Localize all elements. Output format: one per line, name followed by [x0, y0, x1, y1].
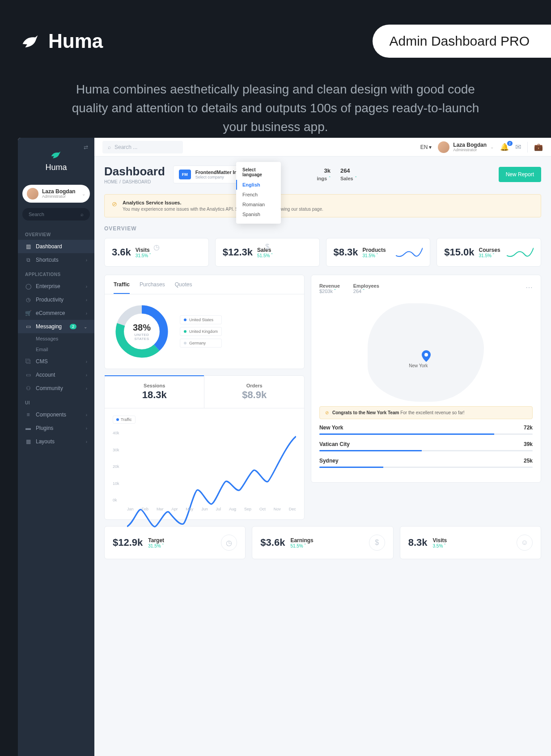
tab-quotes[interactable]: Quotes [175, 281, 192, 294]
language-dropdown: Select language English French Romanian … [236, 162, 281, 224]
sidebar-item-cms[interactable]: ⿻CMS› [18, 355, 94, 368]
sidebar-item-ecommerce[interactable]: 🛒eCommerce› [18, 306, 94, 320]
lang-opt-spanish[interactable]: Spanish [236, 209, 281, 219]
caret-down-icon: ▾ [429, 144, 432, 150]
sidebar-item-plugins[interactable]: ▬Plugins› [18, 421, 94, 435]
sidebar-item-components[interactable]: ≡Components› [18, 408, 94, 421]
link-icon: ⧉ [25, 257, 31, 263]
sidebar-item-account[interactable]: ▭Account› [18, 368, 94, 382]
tab-traffic[interactable]: Traffic [114, 281, 130, 294]
sidebar-logo[interactable]: Huma [18, 138, 94, 180]
tab-purchases[interactable]: Purchases [140, 281, 165, 294]
header-stat-2: 264Sales ˆ [340, 167, 357, 182]
caret-up-icon: ˆ [329, 176, 331, 181]
sessions-tab[interactable]: Sessions18.3k [105, 376, 204, 408]
copy-icon: ⿻ [25, 358, 31, 365]
overview-label: OVERVIEW [104, 225, 541, 232]
warning-icon: ⊘ [325, 410, 329, 415]
sidebar-brand: Huma [45, 163, 67, 172]
chart-icon: ▥ [25, 243, 31, 250]
huma-bird-icon [20, 31, 40, 51]
sidebar-search[interactable]: Search ⌕ [22, 208, 90, 221]
user-name: Laza Bogdan [42, 189, 76, 194]
kpi-visits: ◷3.6kVisits31.5% ˆ [104, 238, 209, 267]
sparkline [507, 246, 534, 259]
dollar-icon: $ [265, 243, 269, 251]
sidebar-sub-messages[interactable]: Messages [18, 333, 94, 344]
section-overview: OVERVIEW [18, 227, 94, 240]
briefcase-icon[interactable]: 💼 [534, 143, 543, 151]
chevron-right-icon: › [86, 258, 87, 263]
congrats-banner: ⊘Congrats to the New York Team For the e… [319, 406, 533, 419]
kpi-products: $8.3kProducts31.5% ˆ [326, 238, 431, 267]
topbar-user[interactable]: Laza BogdanAdministrator ⌄ [438, 141, 494, 153]
sidebar-item-dashboard[interactable]: ▥Dashboard [18, 240, 94, 253]
lang-opt-romanian[interactable]: Romanian [236, 200, 281, 209]
layout-icon: ▦ [25, 438, 31, 445]
avatar [27, 188, 38, 200]
sidebar-item-layouts[interactable]: ▦Layouts› [18, 435, 94, 448]
sliders-icon: ≡ [25, 412, 31, 418]
caret-up-icon: ˆ [355, 176, 356, 181]
search-input[interactable]: ⌕Search ... [102, 141, 183, 153]
breadcrumb: HOME/DASHBOARD [104, 179, 165, 184]
more-icon[interactable]: ⋯ [526, 283, 533, 294]
chart-legend: Traffic [113, 416, 136, 424]
city-vatican: Vatican City39k [319, 441, 533, 451]
globe-icon: ◯ [25, 283, 31, 289]
clock-icon: ◷ [153, 243, 160, 251]
bottom-visits: 8.3kVisits3.5% ˆ☺ [400, 526, 541, 559]
pro-badge: Admin Dashboard PRO [373, 25, 551, 58]
sidebar-item-shortcuts[interactable]: ⧉Shortcuts› [18, 253, 94, 267]
id-icon: ▭ [25, 372, 31, 378]
sparkline [396, 246, 423, 259]
search-icon: ⌕ [108, 144, 111, 150]
huma-bird-icon [50, 150, 63, 159]
chevron-down-icon: ⌄ [84, 324, 87, 329]
city-sydney: Sydney25k [319, 458, 533, 468]
topbar: ⌕Search ... EN▾ Laza BogdanAdministrator… [94, 138, 551, 157]
sidebar: ⇄ Huma Laza Bogdan Administrator ⌄ Searc… [18, 138, 94, 756]
user-icon: ☺ [517, 535, 533, 551]
clock-icon: ◷ [25, 297, 31, 303]
chevron-down-icon: ⌄ [490, 144, 494, 149]
section-applications: APPLICATIONS [18, 267, 94, 280]
map: New York [319, 298, 533, 406]
search-icon: ⌕ [81, 212, 84, 217]
traffic-card: Traffic Purchases Quotes [104, 275, 305, 369]
avatar [438, 141, 449, 153]
lang-opt-english[interactable]: English [236, 180, 281, 190]
sidebar-toggle-icon[interactable]: ⇄ [84, 144, 88, 150]
mail-icon[interactable]: ✉ [515, 143, 521, 151]
sidebar-item-community[interactable]: ⚇Community› [18, 382, 94, 395]
cart-icon: 🛒 [25, 310, 31, 316]
city-newyork: New York72k [319, 425, 533, 435]
line-chart: 40k30k20k10k0k JanFebMarAprMayJunJulAugS… [113, 431, 296, 511]
folder-icon: ▬ [25, 425, 31, 431]
sidebar-user-pill[interactable]: Laza Bogdan Administrator ⌄ [22, 185, 90, 203]
svg-point-3 [424, 353, 428, 357]
sidebar-item-messaging[interactable]: ▭Messaging2⌄ [18, 320, 94, 333]
orders-tab[interactable]: Orders$8.9k [204, 376, 304, 408]
alert-banner: ⊘ Analytics Service Issues.You may exper… [104, 194, 541, 217]
notifications-button[interactable]: 🔔2 [500, 143, 509, 151]
lang-opt-french[interactable]: French [236, 190, 281, 200]
warning-icon: ⊘ [112, 200, 117, 208]
new-report-button[interactable]: New Report [499, 167, 541, 182]
brand-name: Huma [48, 30, 103, 52]
badge: 2 [70, 324, 76, 329]
sidebar-item-enterprise[interactable]: ◯Enterprise› [18, 280, 94, 293]
map-card: Revenue$203k ˆ Employees264 ˆ ⋯ New York… [311, 275, 541, 483]
brand-logo: Huma [20, 30, 103, 52]
user-role: Administrator [42, 194, 76, 199]
sidebar-item-productivity[interactable]: ◷Productivity› [18, 293, 94, 306]
chevron-down-icon: ⌄ [82, 191, 85, 196]
page-title: Dashboard [104, 165, 165, 178]
dashboard-screenshot: ⇄ Huma Laza Bogdan Administrator ⌄ Searc… [18, 138, 551, 756]
users-icon: ⚇ [25, 385, 31, 391]
sidebar-sub-email[interactable]: Email [18, 344, 94, 355]
language-selector[interactable]: EN▾ [420, 144, 432, 150]
dollar-icon: $ [369, 535, 385, 551]
header-stat-1: 3kings ˆ [317, 167, 330, 182]
section-ui: UI [18, 395, 94, 408]
